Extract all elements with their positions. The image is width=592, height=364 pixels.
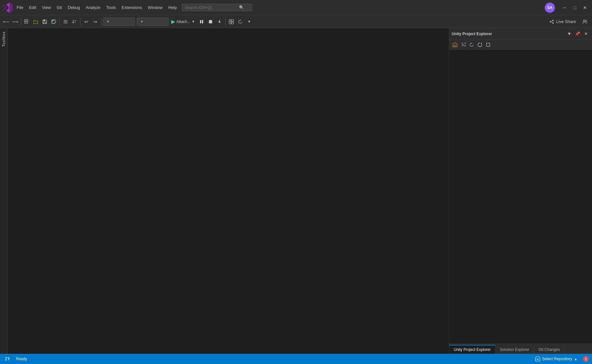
panel-reload-button[interactable] — [476, 41, 484, 49]
live-share-button[interactable]: Live Share — [546, 18, 579, 26]
main-area: Toolbox Unity Project Explorer ▼ 📌 ✕ — [0, 28, 592, 354]
search-input[interactable] — [185, 5, 239, 10]
menu-window[interactable]: Window — [145, 4, 165, 11]
panel-title-text: Unity Project Explorer — [452, 32, 565, 36]
sort-button[interactable] — [70, 17, 79, 26]
editor-area[interactable] — [8, 28, 449, 354]
panel-close-button[interactable]: ✕ — [582, 30, 589, 37]
target-dropdown[interactable]: ▼ — [137, 18, 169, 26]
svg-rect-33 — [6, 357, 6, 359]
svg-rect-17 — [200, 20, 201, 23]
menu-file[interactable]: File — [14, 4, 26, 11]
hotreload-button[interactable] — [236, 17, 244, 26]
svg-rect-19 — [209, 20, 212, 23]
toolbox-sidebar[interactable]: Toolbox — [0, 28, 8, 354]
menu-bar: File Edit View Git Debug Analyze Tools E… — [14, 4, 179, 11]
step-into-button[interactable] — [215, 17, 224, 26]
vs-logo-icon[interactable] — [3, 3, 13, 13]
menu-extensions[interactable]: Extensions — [119, 4, 145, 11]
close-button[interactable]: ✕ — [580, 3, 589, 12]
menu-help[interactable]: Help — [166, 4, 180, 11]
svg-point-26 — [552, 22, 554, 24]
svg-point-24 — [552, 20, 554, 21]
svg-rect-10 — [43, 22, 46, 23]
toolbar-separator-5 — [225, 18, 226, 26]
svg-line-28 — [551, 22, 552, 23]
bottom-tabs: Unity Project Explorer Solution Explorer… — [449, 344, 592, 354]
toolbar: ⟵ ⟶ ↩ ↪ ▼ ▼ ▶ Attach... ▼ — [0, 15, 592, 28]
save-button[interactable] — [41, 17, 49, 26]
menu-edit[interactable]: Edit — [27, 4, 39, 11]
svg-point-35 — [5, 360, 7, 361]
panel-home-button[interactable] — [451, 41, 459, 49]
minimize-button[interactable]: ─ — [560, 3, 569, 12]
select-repository-button[interactable]: Select Repository ▲ — [533, 356, 580, 362]
ready-label: Ready — [16, 357, 27, 361]
target-dropdown-arrow-icon: ▼ — [140, 20, 143, 23]
debug-windows-button[interactable] — [227, 17, 235, 26]
attach-button[interactable]: ▶ Attach... ▼ — [169, 18, 197, 26]
select-repo-label: Select Repository — [542, 357, 572, 361]
config-dropdown-arrow-icon: ▼ — [106, 20, 110, 23]
status-branch-icon[interactable] — [3, 356, 12, 362]
forward-nav-button[interactable]: ⟶ — [11, 17, 19, 26]
panel-dropdown-button[interactable]: ▼ — [566, 30, 573, 37]
svg-point-37 — [537, 359, 538, 360]
tab-git-changes[interactable]: Git Changes — [534, 345, 565, 354]
status-ready[interactable]: Ready — [14, 356, 29, 362]
back-nav-button[interactable]: ⟵ — [2, 17, 10, 26]
panel-refresh-button[interactable] — [468, 41, 475, 49]
config-dropdown[interactable]: ▼ — [103, 18, 135, 26]
open-file-button[interactable] — [32, 17, 40, 26]
panel-stop-button[interactable] — [484, 41, 492, 49]
tab-solution-explorer[interactable]: Solution Explorer — [496, 345, 534, 354]
toolbar-separator-1 — [21, 18, 21, 26]
live-share-label: Live Share — [556, 19, 576, 24]
toolbox-label: Toolbox — [2, 31, 6, 47]
notification-badge[interactable]: 1 — [583, 356, 589, 362]
menu-tools[interactable]: Tools — [104, 4, 119, 11]
toolbar-separator-4 — [101, 18, 101, 26]
list-view-button[interactable] — [61, 17, 70, 26]
svg-rect-23 — [232, 22, 234, 24]
svg-line-27 — [551, 21, 552, 21]
window-controls: ─ □ ✕ — [560, 3, 589, 12]
menu-view[interactable]: View — [39, 4, 53, 11]
svg-point-25 — [550, 21, 551, 22]
svg-marker-0 — [3, 4, 6, 11]
attach-label: Attach... — [176, 19, 190, 24]
user-avatar[interactable]: SA — [545, 3, 555, 13]
panel-pin-button[interactable]: 📌 — [574, 30, 581, 37]
title-bar: File Edit View Git Debug Analyze Tools E… — [0, 0, 592, 15]
svg-rect-34 — [9, 359, 9, 360]
status-bar: Ready Select Repository ▲ 1 — [0, 354, 592, 364]
svg-rect-32 — [487, 43, 490, 46]
menu-debug[interactable]: Debug — [65, 4, 82, 11]
toolbar-separator-3 — [80, 18, 81, 26]
redo-button[interactable]: ↪ — [91, 17, 99, 26]
panel-sort-button[interactable] — [459, 41, 467, 49]
panel-content — [449, 50, 592, 344]
hotreload-dropdown[interactable]: ▼ — [245, 17, 253, 26]
collab-button[interactable] — [580, 17, 590, 27]
svg-point-36 — [8, 358, 10, 359]
svg-rect-18 — [202, 20, 203, 23]
tab-unity-project-explorer[interactable]: Unity Project Explorer — [449, 345, 496, 354]
step-over-button[interactable] — [206, 17, 215, 26]
svg-marker-3 — [10, 3, 13, 13]
menu-analyze[interactable]: Analyze — [83, 4, 103, 11]
undo-button[interactable]: ↩ — [82, 17, 90, 26]
panel-title-bar: Unity Project Explorer ▼ 📌 ✕ — [449, 28, 592, 40]
svg-point-29 — [583, 20, 585, 22]
new-project-button[interactable] — [23, 17, 31, 26]
toolbar-separator-2 — [59, 18, 60, 26]
maximize-button[interactable]: □ — [570, 3, 579, 12]
svg-point-30 — [586, 20, 587, 21]
pause-button[interactable] — [197, 17, 206, 26]
search-icon[interactable]: 🔍 — [239, 5, 244, 10]
save-all-button[interactable] — [50, 17, 58, 26]
search-box[interactable]: 🔍 — [182, 4, 252, 11]
panel-toolbar — [449, 40, 592, 50]
menu-git[interactable]: Git — [54, 4, 65, 11]
svg-rect-9 — [43, 20, 45, 21]
